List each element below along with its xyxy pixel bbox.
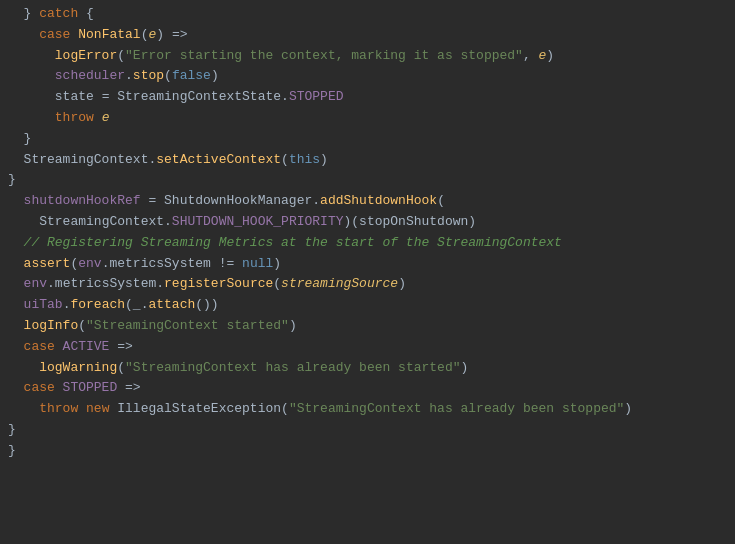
- token: (_.: [125, 295, 148, 316]
- code-line: logError("Error starting the context, ma…: [0, 46, 735, 67]
- token: e: [102, 108, 110, 129]
- code-line: state = StreamingContextState.STOPPED: [0, 87, 735, 108]
- token: STOPPED: [289, 87, 344, 108]
- code-line: }: [0, 441, 735, 462]
- code-line: throw e: [0, 108, 735, 129]
- token: shutdownHookRef: [24, 191, 141, 212]
- token: case: [8, 378, 63, 399]
- code-line: } catch {: [0, 4, 735, 25]
- token: }: [24, 4, 40, 25]
- token: }: [24, 129, 32, 150]
- code-lines: } catch { case NonFatal(e) => logError("…: [0, 4, 735, 462]
- token: foreach: [70, 295, 125, 316]
- token: e: [148, 25, 156, 46]
- token: !=: [211, 254, 242, 275]
- token: .: [47, 274, 55, 295]
- token: )(: [344, 212, 360, 233]
- token: "StreamingContext has already been start…: [125, 358, 460, 379]
- code-line: logWarning("StreamingContext has already…: [0, 358, 735, 379]
- token: env: [78, 254, 101, 275]
- token: .: [156, 274, 164, 295]
- code-line: env.metricsSystem.registerSource(streami…: [0, 274, 735, 295]
- token: .: [148, 150, 156, 171]
- code-line: throw new IllegalStateException("Streami…: [0, 399, 735, 420]
- token: (: [164, 66, 172, 87]
- token: "StreamingContext has already been stopp…: [289, 399, 624, 420]
- token: {: [78, 4, 94, 25]
- token: ) =>: [156, 25, 187, 46]
- code-line: case ACTIVE =>: [0, 337, 735, 358]
- code-editor: } catch { case NonFatal(e) => logError("…: [0, 0, 735, 544]
- token: (: [117, 358, 125, 379]
- token: =: [141, 191, 164, 212]
- token: }: [8, 420, 16, 441]
- token: "StreamingContext started": [86, 316, 289, 337]
- token: ACTIVE: [63, 337, 110, 358]
- token: ): [468, 212, 476, 233]
- token: null: [242, 254, 273, 275]
- token: ,: [523, 46, 539, 67]
- token: assert: [24, 254, 71, 275]
- token: uiTab: [24, 295, 63, 316]
- token: =: [94, 87, 117, 108]
- token: metricsSystem: [109, 254, 210, 275]
- token: setActiveContext: [156, 150, 281, 171]
- code-line: }: [0, 420, 735, 441]
- code-line: case STOPPED =>: [0, 378, 735, 399]
- token: ): [624, 399, 632, 420]
- token: .: [63, 295, 71, 316]
- token: stop: [133, 66, 164, 87]
- token: stopOnShutdown: [359, 212, 468, 233]
- token: (: [78, 316, 86, 337]
- token: ): [320, 150, 328, 171]
- token: (: [141, 25, 149, 46]
- token: logInfo: [24, 316, 79, 337]
- token: false: [172, 66, 211, 87]
- token: (: [117, 46, 125, 67]
- code-line: StreamingContext.setActiveContext(this): [0, 150, 735, 171]
- code-line: scheduler.stop(false): [0, 66, 735, 87]
- token: .: [281, 87, 289, 108]
- token: (: [281, 399, 289, 420]
- token: StreamingContext: [39, 212, 164, 233]
- token: ): [273, 254, 281, 275]
- code-line: shutdownHookRef = ShutdownHookManager.ad…: [0, 191, 735, 212]
- token: this: [289, 150, 320, 171]
- token: IllegalStateException: [117, 399, 281, 420]
- token: ): [398, 274, 406, 295]
- code-line: logInfo("StreamingContext started"): [0, 316, 735, 337]
- token: ): [546, 46, 554, 67]
- token: .: [102, 254, 110, 275]
- token: }: [8, 170, 16, 191]
- code-line: assert(env.metricsSystem != null): [0, 254, 735, 275]
- token: (: [273, 274, 281, 295]
- token: =>: [109, 337, 132, 358]
- code-line: }: [0, 170, 735, 191]
- token: ): [289, 316, 297, 337]
- token: state: [55, 87, 94, 108]
- token: ()): [195, 295, 218, 316]
- code-line: }: [0, 129, 735, 150]
- token: STOPPED: [63, 378, 118, 399]
- code-line: StreamingContext.SHUTDOWN_HOOK_PRIORITY)…: [0, 212, 735, 233]
- token: catch: [39, 4, 78, 25]
- code-line: case NonFatal(e) =>: [0, 25, 735, 46]
- token: scheduler: [55, 66, 125, 87]
- token: .: [125, 66, 133, 87]
- token: StreamingContextState: [117, 87, 281, 108]
- token: registerSource: [164, 274, 273, 295]
- token: // Registering Streaming Metrics at the …: [24, 233, 562, 254]
- token: "Error starting the context, marking it …: [125, 46, 523, 67]
- token: addShutdownHook: [320, 191, 437, 212]
- token: logWarning: [24, 358, 118, 379]
- code-line: // Registering Streaming Metrics at the …: [0, 233, 735, 254]
- token: NonFatal: [78, 25, 140, 46]
- code-line: uiTab.foreach(_.attach()): [0, 295, 735, 316]
- token: ): [211, 66, 219, 87]
- token: (: [281, 150, 289, 171]
- token: (: [437, 191, 445, 212]
- token: ShutdownHookManager: [164, 191, 312, 212]
- token: ): [461, 358, 469, 379]
- token: logError: [55, 46, 117, 67]
- token: streamingSource: [281, 274, 398, 295]
